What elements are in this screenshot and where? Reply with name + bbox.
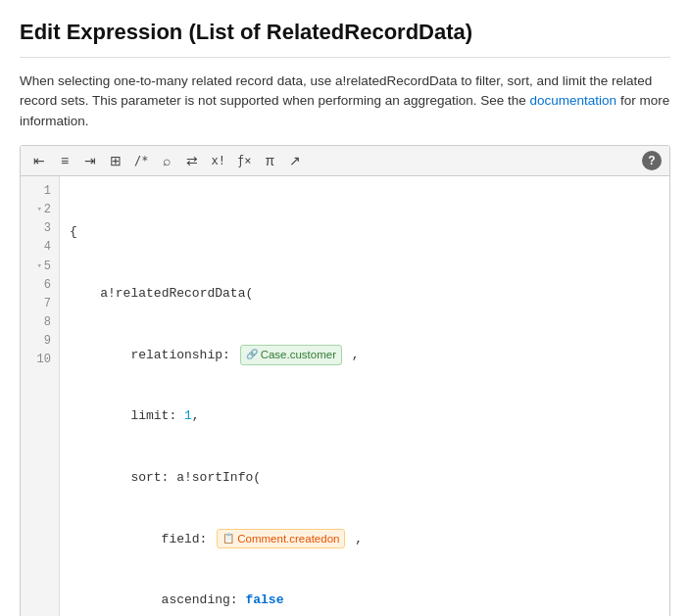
search-icon[interactable]: ⌕ xyxy=(156,150,177,171)
help-icon[interactable]: ? xyxy=(642,151,662,170)
line-num-10: 10 xyxy=(21,351,59,369)
line-numbers: 1 ▾2 3 4 ▾5 6 7 8 9 10 xyxy=(21,176,60,616)
code-editor[interactable]: 1 ▾2 3 4 ▾5 6 7 8 9 10 { a!relatedRecord… xyxy=(21,176,669,616)
line-num-3: 3 xyxy=(21,219,59,238)
dialog-description: When selecting one-to-many related recor… xyxy=(20,71,670,131)
table-icon[interactable]: ⊞ xyxy=(105,150,126,171)
indent-decrease-icon[interactable]: ⇤ xyxy=(28,150,50,171)
code-line-5: sort: a!sortInfo( xyxy=(70,468,660,489)
line-num-8: 8 xyxy=(21,313,59,332)
documentation-link[interactable]: documentation xyxy=(530,93,617,108)
expression-editor: ⇤ ≡ ⇥ ⊞ /* ⌕ ⇄ x! ƒ× π ↗ ? 1 ▾2 3 4 ▾5 6… xyxy=(20,145,670,616)
line-num-9: 9 xyxy=(21,332,59,351)
formula-icon[interactable]: ƒ× xyxy=(233,151,255,170)
dialog-title: Edit Expression (List of RelatedRecordDa… xyxy=(20,20,670,58)
editor-toolbar: ⇤ ≡ ⇥ ⊞ /* ⌕ ⇄ x! ƒ× π ↗ ? xyxy=(21,146,669,176)
code-line-2: a!relatedRecordData( xyxy=(70,284,660,305)
pi-icon[interactable]: π xyxy=(259,150,280,171)
line-num-6: 6 xyxy=(21,276,59,295)
factorial-icon[interactable]: x! xyxy=(207,151,228,170)
dialog: Edit Expression (List of RelatedRecordDa… xyxy=(0,0,690,616)
export-icon[interactable]: ↗ xyxy=(284,150,306,171)
line-num-1: 1 xyxy=(21,182,59,201)
code-line-1: { xyxy=(70,222,660,243)
code-line-4: limit: 1, xyxy=(70,406,660,427)
code-line-3: relationship: 🔗Case.customer , xyxy=(70,345,660,365)
line-num-2: ▾2 xyxy=(21,201,59,219)
code-line-6: field: 📋Comment.createdon , xyxy=(70,529,660,549)
code-content[interactable]: { a!relatedRecordData( relationship: 🔗Ca… xyxy=(60,176,669,616)
line-num-4: 4 xyxy=(21,238,59,257)
code-line-7: ascending: false xyxy=(70,591,660,611)
comment-icon[interactable]: /* xyxy=(130,151,152,170)
line-num-5: ▾5 xyxy=(21,258,59,276)
shuffle-icon[interactable]: ⇄ xyxy=(181,150,203,171)
line-num-7: 7 xyxy=(21,295,59,313)
indent-increase-icon[interactable]: ⇥ xyxy=(79,150,101,171)
align-left-icon[interactable]: ≡ xyxy=(54,150,75,171)
